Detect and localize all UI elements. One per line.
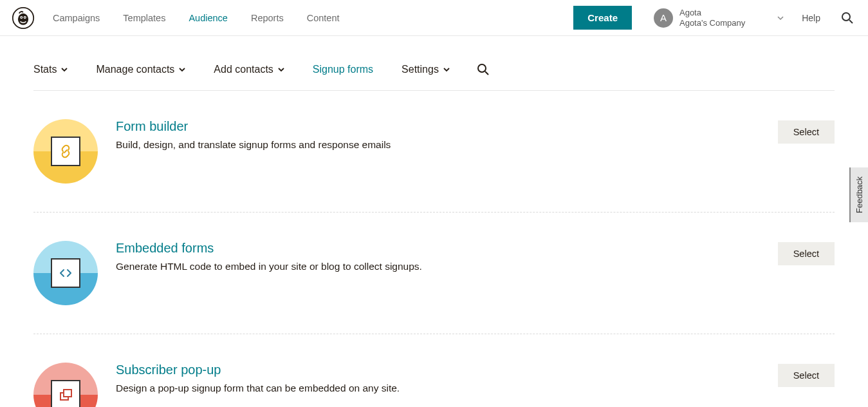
form-row-popup: Subscriber pop-up Design a pop-up signup… — [33, 334, 835, 407]
account-menu[interactable]: A Agota Agota's Company — [654, 8, 784, 28]
create-button[interactable]: Create — [573, 6, 632, 30]
topbar: Campaigns Templates Audience Reports Con… — [0, 0, 868, 36]
chevron-down-icon — [777, 15, 784, 21]
nav-campaigns[interactable]: Campaigns — [53, 13, 100, 23]
link-icon — [51, 137, 80, 166]
mailchimp-logo[interactable] — [12, 6, 35, 30]
popup-icon — [51, 380, 80, 407]
select-button-form-builder[interactable]: Select — [778, 120, 835, 144]
search-icon — [841, 12, 854, 24]
account-name: Agota — [679, 8, 745, 18]
embedded-forms-icon — [33, 241, 98, 305]
form-title[interactable]: Subscriber pop-up — [116, 363, 760, 377]
subscriber-popup-icon — [33, 363, 98, 407]
search-icon — [477, 63, 490, 76]
subnav-signup-forms[interactable]: Signup forms — [313, 64, 373, 75]
svg-point-4 — [21, 17, 22, 18]
form-row-form-builder: Form builder Build, design, and translat… — [33, 91, 835, 213]
select-button-popup[interactable]: Select — [778, 364, 835, 387]
svg-point-6 — [842, 13, 850, 21]
chevron-down-icon — [443, 66, 450, 73]
nav-content[interactable]: Content — [307, 13, 340, 23]
nav-audience[interactable]: Audience — [189, 13, 227, 23]
subnav-settings[interactable]: Settings — [402, 64, 450, 75]
subnav-manage-contacts[interactable]: Manage contacts — [96, 64, 185, 75]
code-icon — [51, 258, 80, 288]
sub-nav: Stats Manage contacts Add contacts Signu… — [33, 61, 835, 91]
chevron-down-icon — [61, 66, 68, 73]
svg-line-7 — [849, 20, 853, 23]
form-desc: Design a pop-up signup form that can be … — [116, 383, 760, 394]
svg-rect-11 — [64, 390, 71, 397]
top-nav: Campaigns Templates Audience Reports Con… — [53, 13, 339, 23]
svg-line-9 — [485, 71, 488, 75]
form-builder-icon — [33, 119, 98, 184]
svg-point-1 — [18, 13, 28, 24]
search-button-top[interactable] — [838, 9, 856, 27]
form-desc: Generate HTML code to embed in your site… — [116, 261, 760, 272]
chevron-down-icon — [179, 66, 185, 73]
subnav-add-contacts[interactable]: Add contacts — [214, 64, 284, 75]
form-title[interactable]: Embedded forms — [116, 241, 760, 256]
chevron-down-icon — [278, 66, 284, 73]
form-desc: Build, design, and translate signup form… — [116, 139, 760, 151]
form-title[interactable]: Form builder — [116, 119, 760, 134]
svg-point-8 — [478, 64, 486, 72]
form-row-embedded: Embedded forms Generate HTML code to emb… — [33, 213, 835, 334]
feedback-tab[interactable]: Feedback — [849, 167, 868, 222]
nav-reports[interactable]: Reports — [251, 13, 284, 23]
subnav-search-button[interactable] — [474, 61, 492, 79]
signup-forms-list: Form builder Build, design, and translat… — [0, 91, 868, 407]
svg-point-5 — [24, 17, 26, 18]
subnav-stats[interactable]: Stats — [33, 64, 68, 75]
select-button-embedded[interactable]: Select — [778, 242, 835, 265]
account-company: Agota's Company — [679, 18, 745, 28]
help-link[interactable]: Help — [802, 13, 820, 23]
nav-templates[interactable]: Templates — [123, 13, 165, 23]
avatar: A — [654, 8, 673, 28]
